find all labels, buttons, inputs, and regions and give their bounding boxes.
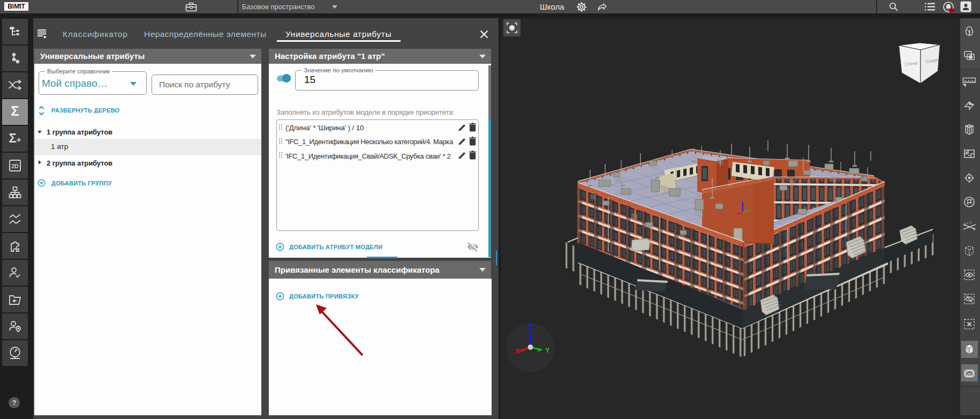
svg-text:Y: Y	[545, 346, 550, 354]
svg-text:X: X	[515, 347, 520, 355]
svg-text:2D: 2D	[11, 163, 19, 169]
svg-text:1: 1	[967, 221, 968, 225]
svg-text:Z: Z	[528, 323, 532, 331]
svg-text:2: 2	[970, 221, 971, 224]
